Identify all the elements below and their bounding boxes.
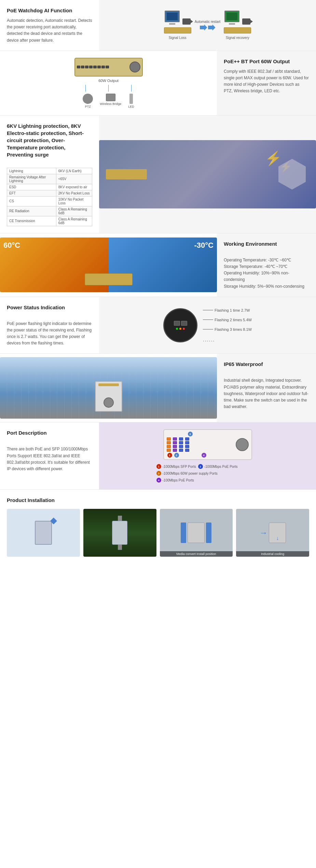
ip65-title: IP65 Waterproof (224, 361, 309, 368)
port-legend: 1 -1000Mbps SFP Ports 2 -1000Mbps PoE Po… (156, 464, 259, 483)
installation-title: Product Installation (7, 497, 309, 504)
port-desc-image: 3 (99, 422, 316, 489)
poe-bt-title: PoE++ BT Port 60W Output (224, 58, 309, 65)
table-cell: CS (7, 196, 56, 206)
restart-arrows: Automatic restart (195, 20, 221, 30)
poe-label-circle: 2 (198, 464, 203, 469)
watchdog-visual: Signal Loss Automatic restart (161, 7, 255, 43)
env-text: Working Environment Operating Temperatur… (217, 233, 316, 297)
signal-recovery-label: Signal recovery (226, 36, 249, 40)
more-dots: ...... (203, 337, 252, 342)
bridge-device: Wireless Bridge (100, 94, 121, 106)
switch-fan-icon (236, 438, 249, 451)
flash-line-icon (203, 310, 213, 310)
connected-devices: PTZ Wireless Bridge LED (83, 94, 134, 108)
signal-recovery-group: Signal recovery (224, 11, 251, 40)
installation-section: Product Installation (0, 490, 316, 564)
outdoor-visual (0, 357, 217, 419)
ip65-section: IP65 Waterproof Industrial shell design,… (0, 354, 316, 422)
install-image-3: Media convert Install position (160, 509, 233, 557)
100mbps-ports-label: 4 -100Mbps PoE Ports (156, 478, 194, 483)
protection-left: 6KV Lightning protection, 8KV Electro-st… (0, 116, 99, 233)
port-visual: 60W Output PTZ Wireless Bridge (74, 58, 143, 108)
table-row: CE Transmission Class A Remaining 6dB (7, 216, 92, 226)
install-image-4: → ↓ Industrial cooling (236, 509, 309, 557)
watchdog-diagram: Signal Loss Automatic restart (99, 0, 316, 51)
table-row: Remaining Voltage After Lightning <65V (7, 174, 92, 184)
protection-title: 6KV Lightning protection, 8KV Electro-st… (7, 122, 92, 158)
sfp-ports-label: 1 -1000Mbps SFP Ports (156, 464, 196, 469)
table-row: ESD 8KV exposed to air (7, 184, 92, 190)
orange-ports (167, 437, 171, 452)
flash-line-icon (203, 329, 213, 329)
table-row: Lightning 6KV (LN Earth) (7, 168, 92, 174)
table-cell: 6KV (LN Earth) (56, 168, 92, 174)
poe-bt-diagram: 60W Output PTZ Wireless Bridge (0, 51, 217, 115)
protection-image: ⚡ ⚡ (99, 116, 316, 233)
ip65-desc: Industrial shell design, Integrated topc… (224, 377, 309, 410)
more-blue-ports (185, 437, 189, 452)
signal-loss-group: Signal Loss (164, 11, 191, 40)
auto-restart-label: Automatic restart (195, 20, 221, 24)
temperature-display: 60°C -30°C (0, 238, 217, 292)
temp-switch-overlay (85, 273, 133, 285)
table-cell: Lightning (7, 168, 56, 174)
table-row: CS 10KV No Packet Loss (7, 196, 92, 206)
table-cell: <65V (56, 174, 92, 184)
installation-images: Media convert Install position → ↓ Indus… (7, 509, 309, 557)
rj45-ports (174, 321, 187, 326)
power-status-left: Power Status Indication PoE power flashi… (0, 297, 99, 354)
outdoor-device-icon (95, 381, 122, 412)
rj45-port (174, 321, 180, 326)
power-label-circle: 3 (156, 471, 161, 476)
purple-ports (173, 437, 177, 452)
table-cell: ESD (7, 184, 56, 190)
table-cell: 2KV No Packet Loss (56, 190, 92, 196)
table-cell: Class A Remaining 6dB (56, 216, 92, 226)
watchdog-desc: Automatic detection, Automatic restart. … (7, 17, 92, 44)
flash-indicators: Flashing 1 time 2.7W Flashing 2 times 5.… (203, 308, 252, 342)
env-title: Working Environment (224, 240, 309, 247)
switch-port-view: 3 (163, 429, 252, 460)
install-caption-4: Industrial cooling (236, 551, 309, 557)
flash-label-3: Flashing 3 times 8.1W (203, 327, 252, 331)
table-row: RE Radiation Class A Remaining 6dB (7, 206, 92, 216)
poe-bt-text: PoE++ BT Port 60W Output Comply with IEE… (217, 51, 316, 115)
power-visual: Flashing 1 time 2.7W Flashing 2 times 5.… (160, 305, 255, 346)
signal-loss-label: Signal Loss (169, 36, 187, 40)
watchdog-left: PoE Watchdog AI Function Automatic detec… (0, 0, 99, 51)
power-status-section: Power Status Indication PoE power flashi… (0, 297, 316, 354)
status-leds (176, 328, 185, 330)
table-cell: RE Radiation (7, 206, 56, 216)
poe-ports-label: 2 -1000Mbps PoE Ports (198, 464, 238, 469)
switch-body (74, 58, 143, 77)
led-green-icon (176, 328, 178, 330)
power-status-diagram: Flashing 1 time 2.7W Flashing 2 times 5.… (99, 297, 316, 354)
table-cell: EFT (7, 190, 56, 196)
watchdog-section: PoE Watchdog AI Function Automatic detec… (0, 0, 316, 51)
protection-section: 6KV Lightning protection, 8KV Electro-st… (0, 116, 316, 233)
led-device: LED (128, 94, 134, 108)
output-label: 60W Output (98, 79, 119, 83)
flash-label-2: Flashing 2 times 5.4W (203, 318, 252, 322)
ptz-device: PTZ (83, 94, 93, 108)
port-circle-icon (163, 308, 197, 342)
rj45-port (181, 321, 187, 326)
power-status-desc: PoE power flashing light indicator to de… (7, 321, 92, 347)
poe-bt-section: PoE++ BT Port 60W Output Comply with IEE… (0, 51, 316, 116)
lightning-visual: ⚡ ⚡ (99, 140, 316, 208)
lightning-switch (106, 169, 147, 179)
table-row: EFT 2KV No Packet Loss (7, 190, 92, 196)
flash-label-1: Flashing 1 time 2.7W (203, 308, 252, 312)
protection-table: Lightning 6KV (LN Earth) Remaining Volta… (7, 168, 92, 226)
arrow-icons (200, 24, 216, 30)
flash-line-icon (203, 320, 213, 320)
install-caption-3: Media convert Install position (160, 551, 233, 557)
100mbps-label-circle: 4 (156, 478, 161, 483)
table-cell: Class A Remaining 6dB (56, 206, 92, 216)
fan-icon (129, 62, 140, 72)
table-cell: Remaining Voltage After Lightning (7, 174, 56, 184)
led-orange-icon (179, 328, 181, 330)
port-desc-section: Port Description There are both PoE and … (0, 422, 316, 490)
table-cell: CE Transmission (7, 216, 56, 226)
